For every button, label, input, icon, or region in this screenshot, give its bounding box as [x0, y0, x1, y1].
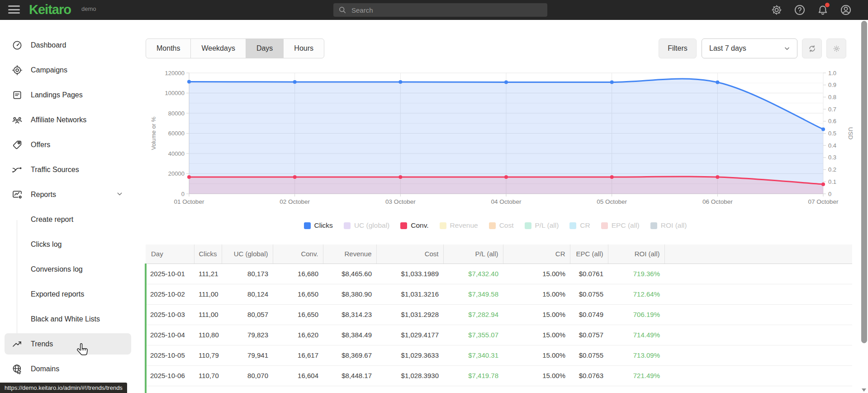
legend-swatch — [400, 222, 407, 229]
settings-gear-icon[interactable] — [771, 4, 783, 16]
search-input[interactable] — [351, 6, 543, 14]
sidebar-item-clicks-log[interactable]: Clicks log — [0, 232, 136, 257]
svg-text:07 October: 07 October — [808, 198, 839, 205]
sidebar-item-black-and-white-lists[interactable]: Black and White Lists — [0, 307, 136, 331]
legend-swatch — [650, 222, 657, 229]
brand-logo: Keitaro — [29, 2, 71, 17]
legend-item-p-l-all[interactable]: P/L (all) — [525, 221, 559, 230]
column-header-epc-all[interactable]: EPC (all) — [570, 244, 608, 264]
sidebar-item-conversions-log[interactable]: Conversions log — [0, 257, 136, 282]
column-header-revenue[interactable]: Revenue — [323, 244, 376, 264]
legend-item-conv[interactable]: Conv. — [400, 221, 428, 230]
legend-swatch — [304, 222, 311, 229]
refresh-button[interactable] — [802, 38, 822, 58]
column-header-filler — [664, 244, 852, 264]
table-cell: 2025-10-06 — [146, 365, 194, 386]
sidebar-item-offers[interactable]: $Offers — [0, 132, 136, 157]
column-header-cost[interactable]: Cost — [376, 244, 443, 264]
svg-text:Volume or %: Volume or % — [150, 116, 157, 150]
sidebar-item-affiliate-networks[interactable]: Affiliate Networks — [0, 107, 136, 132]
svg-text:0.2: 0.2 — [828, 166, 836, 173]
table-cell-filler — [664, 325, 852, 345]
sidebar-item-campaigns[interactable]: Campaigns — [0, 58, 136, 82]
table-cell: 80,070 — [222, 365, 273, 386]
table-cell: 80,173 — [222, 264, 273, 284]
svg-text:USD: USD — [847, 127, 854, 139]
sidebar-item-landings-pages[interactable]: Landings Pages — [0, 82, 136, 107]
legend-item-cr[interactable]: CR — [569, 221, 590, 230]
table-cell: $8,465.60 — [323, 264, 376, 284]
sidebar-item-label: Offers — [31, 141, 50, 149]
table-cell: 2025-10-01 — [146, 264, 194, 284]
search-icon — [338, 5, 347, 14]
dashboard-icon — [12, 40, 23, 51]
sidebar-item-create-report[interactable]: Create report — [0, 207, 136, 232]
column-header-clicks[interactable]: Clicks — [194, 244, 222, 264]
tab-days[interactable]: Days — [246, 39, 284, 58]
sidebar-item-dashboard[interactable]: Dashboard — [0, 33, 136, 58]
chart-settings-button[interactable] — [826, 38, 846, 58]
column-header-roi-all[interactable]: ROI (all) — [608, 244, 664, 264]
legend-swatch — [525, 222, 531, 229]
sidebar-item-traffic-sources[interactable]: Traffic Sources — [0, 157, 136, 182]
svg-text:06 October: 06 October — [702, 198, 733, 205]
sidebar-item-trends[interactable]: Trends — [0, 331, 136, 356]
table-cell: 80,124 — [222, 284, 273, 304]
legend-item-uc-global[interactable]: UC (global) — [344, 221, 389, 230]
legend-item-roi-all[interactable]: ROI (all) — [650, 221, 687, 230]
sidebar-item-label: Clicks log — [31, 240, 62, 249]
sidebar-item-label: Conversions log — [31, 265, 83, 273]
column-header-p-l-all[interactable]: P/L (all) — [443, 244, 503, 264]
table-row: 2025-10-04110,8079,82316,620$8,384.49$1,… — [146, 325, 852, 345]
column-header-cr[interactable]: CR — [503, 244, 570, 264]
scrollbar-track[interactable] — [860, 20, 868, 393]
filters-button[interactable]: Filters — [659, 38, 697, 58]
table-cell: $0.0763 — [570, 365, 608, 386]
column-header-conv[interactable]: Conv. — [273, 244, 323, 264]
chevron-down-icon[interactable] — [116, 190, 123, 199]
svg-text:05 October: 05 October — [597, 198, 627, 205]
user-account-icon[interactable] — [840, 4, 852, 16]
column-header-uc-global[interactable]: UC (global) — [222, 244, 273, 264]
table-cell: 2025-10-05 — [146, 345, 194, 365]
table-cell-filler — [664, 284, 852, 304]
table-cell-filler — [664, 345, 852, 365]
sidebar-item-reports[interactable]: Reports — [0, 182, 136, 207]
column-header-day[interactable]: Day — [146, 244, 194, 264]
table-cell: $7,282.94 — [443, 304, 503, 325]
legend-item-cost[interactable]: Cost — [489, 221, 514, 230]
sidebar-item-exported-reports[interactable]: Exported reports — [0, 282, 136, 307]
table-cell: 9,443 — [273, 386, 323, 393]
tab-hours[interactable]: Hours — [284, 39, 324, 58]
help-icon[interactable] — [794, 4, 806, 16]
table-cell: 15.00% — [503, 386, 570, 393]
search-box[interactable] — [333, 3, 547, 17]
table-cell: 111,21 — [194, 264, 222, 284]
sidebar-item-domains[interactable]: Domains — [0, 356, 136, 381]
notifications-bell-icon[interactable] — [817, 4, 829, 16]
svg-text:0.7: 0.7 — [828, 106, 836, 113]
legend-swatch — [440, 222, 446, 229]
tab-months[interactable]: Months — [146, 39, 191, 58]
scrollbar-down-arrow-icon[interactable] — [862, 388, 866, 392]
legend-swatch — [489, 222, 496, 229]
legend-item-clicks[interactable]: Clicks — [304, 221, 333, 230]
legend-item-epc-all[interactable]: EPC (all) — [601, 221, 640, 230]
table-cell: 16,620 — [273, 325, 323, 345]
table-cell: $4,903.64 — [323, 386, 376, 393]
table-cell: 16,680 — [273, 264, 323, 284]
legend-label: UC (global) — [354, 221, 389, 230]
trends-icon — [12, 339, 23, 350]
tab-weekdays[interactable]: Weekdays — [191, 39, 246, 58]
period-tabs: MonthsWeekdaysDaysHours — [146, 38, 324, 58]
table-cell: $1,029.3633 — [376, 345, 443, 365]
sidebar-item-label: Affiliate Networks — [31, 116, 86, 124]
status-url-tooltip: https://demo.keitaro.io/admin/#!/trends/… — [0, 383, 127, 393]
table-cell: $8,314.23 — [323, 304, 376, 325]
hamburger-menu-icon[interactable] — [8, 5, 20, 14]
table-cell: 15.00% — [503, 264, 570, 284]
date-range-select[interactable]: Last 7 days — [702, 38, 797, 58]
scrollbar-thumb[interactable] — [861, 21, 867, 343]
legend-item-revenue[interactable]: Revenue — [440, 221, 478, 230]
affiliate-networks-icon — [12, 115, 23, 125]
